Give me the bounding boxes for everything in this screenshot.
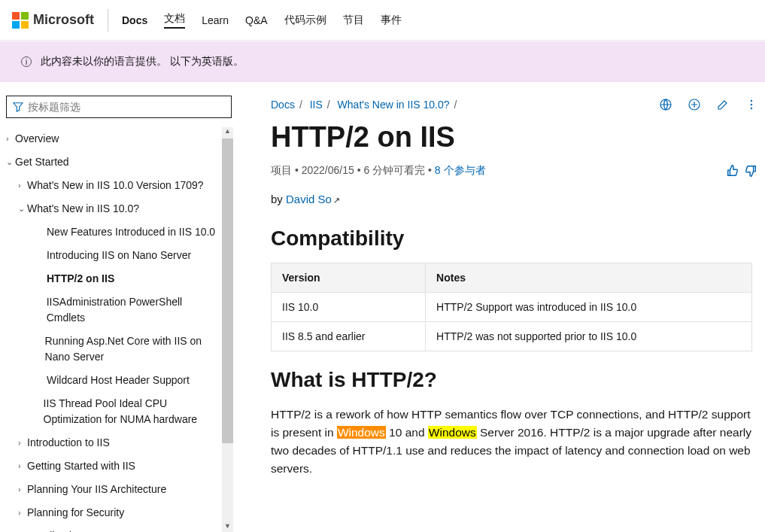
page-meta: 项目 • 2022/06/15 • 6 分钟可看完 • 8 个参与者 [271, 164, 757, 178]
page-title: HTTP/2 on IIS [271, 121, 757, 154]
tree-item-label: Planning for Security [27, 505, 124, 521]
tree-item-15[interactable]: ›Localized Content [6, 524, 222, 532]
th-notes: Notes [426, 263, 752, 293]
tree-item-11[interactable]: ›Introduction to IIS [6, 431, 222, 454]
tree-item-5[interactable]: Introducing IIS on Nano Server [6, 244, 222, 267]
scrollbar-thumb[interactable] [222, 138, 233, 443]
tree-item-label: Overview [15, 131, 59, 147]
tree-item-label: Getting Started with IIS [27, 458, 135, 474]
nav-tree: ›Overview⌄Get Started›What's New in IIS … [6, 127, 222, 532]
scrollbar[interactable]: ▲ ▼ [222, 127, 233, 532]
tree-item-label: Get Started [15, 154, 69, 170]
by-label: by [271, 193, 286, 205]
ms-logo-icon [12, 12, 29, 29]
svg-point-2 [751, 100, 752, 102]
thumbs-down-icon[interactable] [744, 164, 757, 178]
nav-item-2[interactable]: Q&A [245, 14, 268, 26]
tree-item-0[interactable]: ›Overview [6, 127, 222, 150]
tree-item-12[interactable]: ›Getting Started with IIS [6, 454, 222, 478]
nav-item-1[interactable]: Learn [202, 14, 229, 26]
chevron-right-icon: › [18, 460, 27, 473]
tree-item-4[interactable]: New Features Introduced in IIS 10.0 [6, 220, 222, 244]
compat-table: Version Notes IIS 10.0 HTTP/2 Support wa… [271, 263, 752, 351]
tree-item-10[interactable]: IIS Thread Pool Ideal CPU Optimization f… [6, 392, 222, 431]
more-icon[interactable] [745, 99, 757, 111]
author-link[interactable]: David So [286, 193, 332, 205]
tree-item-6[interactable]: HTTP/2 on IIS [6, 267, 222, 290]
tree-item-label: IIS Thread Pool Ideal CPU Optimization f… [44, 396, 220, 427]
tree-item-label: Introducing IIS on Nano Server [47, 248, 191, 263]
tree-item-label: HTTP/2 on IIS [47, 271, 114, 287]
tree-item-9[interactable]: Wildcard Host Header Support [6, 369, 222, 392]
tree-item-1[interactable]: ⌄Get Started [6, 150, 222, 174]
chevron-right-icon: › [18, 436, 27, 449]
add-icon[interactable] [688, 99, 700, 111]
external-link-icon: ↗ [333, 196, 340, 205]
top-nav: Docs 文档 Learn Q&A 代码示例 节目 事件 [122, 12, 402, 29]
what-paragraph: HTTP/2 is a rework of how HTTP semantics… [271, 406, 752, 478]
chevron-right-icon: › [18, 483, 27, 496]
tree-item-label: Planning Your IIS Architecture [27, 482, 166, 497]
info-icon: i [21, 56, 32, 67]
edit-icon[interactable] [717, 99, 729, 111]
chevron-right-icon: › [18, 506, 27, 519]
tree-item-2[interactable]: ›What's New in IIS 10.0 Version 1709? [6, 174, 222, 197]
nav-item-3[interactable]: 代码示例 [284, 14, 326, 27]
tree-item-label: Running Asp.Net Core with IIS on Nano Se… [45, 333, 219, 365]
cell: HTTP/2 was not supported prior to IIS 10… [426, 322, 752, 351]
crumb-1[interactable]: IIS [310, 99, 323, 111]
nav-item-0[interactable]: 文档 [164, 12, 185, 29]
banner-text: 此内容未以你的语言提供。 以下为英语版。 [41, 55, 244, 67]
table-row: IIS 10.0 HTTP/2 Support was introduced i… [272, 293, 752, 322]
highlight-orange: Windows [337, 426, 386, 439]
chevron-right-icon: › [18, 179, 27, 192]
tree-item-14[interactable]: ›Planning for Security [6, 501, 222, 524]
tree-item-label: Wildcard Host Header Support [47, 372, 190, 388]
svg-point-4 [751, 108, 752, 109]
chevron-down-icon: ⌄ [18, 202, 27, 215]
feedback-buttons [726, 164, 757, 178]
tree-item-7[interactable]: IISAdministration PowerShell Cmdlets [6, 290, 222, 330]
tree-item-3[interactable]: ⌄What's New in IIS 10.0? [6, 197, 222, 220]
what-heading: What is HTTP/2? [271, 368, 757, 392]
cell: IIS 8.5 and earlier [272, 322, 426, 351]
tree-item-label: What's New in IIS 10.0? [27, 201, 139, 217]
globe-icon[interactable] [660, 99, 672, 111]
tree-item-label: What's New in IIS 10.0 Version 1709? [27, 178, 204, 193]
chevron-right-icon: › [6, 132, 15, 145]
contributors-link[interactable]: 8 个参与者 [435, 164, 486, 176]
table-row: IIS 8.5 and earlier HTTP/2 was not suppo… [272, 322, 752, 351]
highlight-yellow: Windows [428, 426, 477, 439]
tree-item-label: IISAdministration PowerShell Cmdlets [47, 294, 219, 326]
meta-prefix: 项目 [271, 164, 292, 176]
microsoft-logo[interactable]: Microsoft [12, 12, 94, 29]
cell: HTTP/2 Support was introduced in IIS 10.… [426, 293, 752, 322]
compat-heading: Compatibility [271, 226, 757, 251]
nav-item-4[interactable]: 节目 [343, 14, 364, 27]
th-version: Version [272, 263, 426, 293]
thumbs-up-icon[interactable] [726, 164, 739, 178]
brand-text: Microsoft [33, 12, 94, 28]
language-banner: i 此内容未以你的语言提供。 以下为英语版。 [0, 41, 765, 82]
tree-item-8[interactable]: Running Asp.Net Core with IIS on Nano Se… [6, 330, 222, 369]
crumb-2[interactable]: What's New in IIS 10.0? [338, 99, 450, 111]
tree-item-label: New Features Introduced in IIS 10.0 [47, 224, 215, 240]
filter-box[interactable] [6, 96, 232, 118]
crumb-0[interactable]: Docs [271, 99, 295, 111]
nav-item-5[interactable]: 事件 [381, 14, 402, 27]
page-actions [660, 99, 757, 111]
scroll-up-icon[interactable]: ▲ [222, 127, 233, 138]
tree-item-label: Localized Content [27, 528, 111, 532]
meta-date: 2022/06/15 [302, 164, 354, 176]
scroll-down-icon[interactable]: ▼ [222, 522, 233, 532]
tree-item-13[interactable]: ›Planning Your IIS Architecture [6, 478, 222, 501]
sidebar: ›Overview⌄Get Started›What's New in IIS … [0, 82, 239, 532]
filter-icon [13, 102, 23, 112]
cell: IIS 10.0 [272, 293, 426, 322]
svg-point-3 [751, 104, 752, 105]
filter-input[interactable] [28, 101, 225, 113]
nav-docs-product[interactable]: Docs [122, 14, 147, 26]
tree-item-label: Introduction to IIS [27, 435, 110, 451]
chevron-down-icon: ⌄ [6, 156, 15, 169]
divider [108, 9, 108, 32]
